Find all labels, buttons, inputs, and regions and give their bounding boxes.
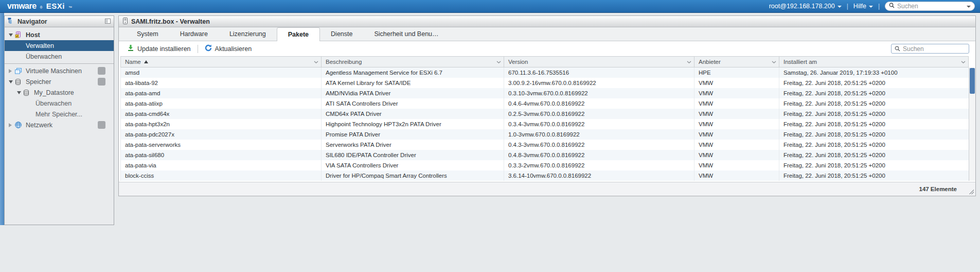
navigator-title: Navigator	[17, 18, 47, 25]
sidebar-item-host[interactable]: Host	[5, 29, 114, 40]
tab-dienste[interactable]: Dienste	[320, 27, 363, 41]
table-row[interactable]: ata-pata-sil680SIL680 IDE/PATA Controlle…	[121, 150, 969, 160]
help-menu[interactable]: Hilfe	[853, 3, 873, 10]
cell: Freitag, 22. Juni 2018, 20:51:25 +0200	[779, 109, 969, 119]
column-header-anbieter[interactable]: Anbieter	[694, 57, 779, 67]
sidebar-item-netzwerk[interactable]: Netzwerk	[5, 120, 114, 130]
chevron-down-icon[interactable]	[496, 61, 501, 64]
cell: Freitag, 22. Juni 2018, 20:51:25 +0200	[779, 88, 969, 98]
sidebar-item-speicher[interactable]: Speicher	[5, 76, 114, 87]
cell: VMW	[694, 109, 779, 119]
chevron-down-icon[interactable]	[687, 61, 691, 64]
item-count: 147 Elemente	[919, 186, 957, 192]
install-update-label: Update installieren	[137, 45, 191, 53]
cell: VMW	[694, 119, 779, 129]
table-row[interactable]: ata-pata-cmd64xCMD64x PATA Driver0.2.5-3…	[121, 109, 969, 119]
column-header-name[interactable]: Name	[121, 57, 322, 67]
sidebar-item-label: Speicher	[26, 78, 51, 86]
vertical-scrollbar[interactable]	[969, 67, 975, 181]
cell: 0.3.4-3vmw.670.0.0.8169922	[504, 119, 694, 129]
refresh-label: Aktualisieren	[215, 45, 252, 53]
host-icon	[123, 18, 128, 26]
column-header-beschreibung[interactable]: Beschreibung	[322, 57, 504, 67]
cell: ata-pata-hpt3x2n	[121, 119, 322, 129]
trademark-mark: ™	[68, 6, 72, 9]
table-row[interactable]: ata-libata-92ATA Kernel Library for SATA…	[121, 78, 969, 88]
tab-sicherheit-und-benu-[interactable]: Sicherheit und Benu…	[363, 27, 449, 41]
collapse-arrow-icon[interactable]	[17, 91, 23, 94]
sidebar-item-verwalten[interactable]: Verwalten	[5, 40, 114, 51]
cell: VMW	[694, 160, 779, 171]
cell: ATI SATA Controllers Driver	[322, 98, 504, 109]
user-menu[interactable]: root@192.168.178.200	[769, 3, 842, 10]
cell: 0.4.6-4vmw.670.0.0.8169922	[504, 98, 694, 109]
cell: SIL680 IDE/PATA Controller Driver	[322, 150, 504, 160]
chevron-down-icon[interactable]	[772, 61, 776, 64]
column-header-installiert-am[interactable]: Installiert am	[779, 57, 968, 67]
sidebar-item-my-datastore[interactable]: My_Datastore	[5, 87, 114, 98]
topbar-divider: |	[878, 3, 880, 10]
packages-search-input[interactable]: Suchen	[891, 44, 969, 54]
vm-icon	[15, 68, 23, 74]
sidebar-item-virtuelle-maschinen[interactable]: Virtuelle Maschinen	[5, 65, 114, 76]
search-icon	[889, 3, 895, 10]
tab-hardware[interactable]: Hardware	[169, 27, 219, 41]
cell: ata-pata-sil680	[121, 150, 322, 160]
tab-pakete[interactable]: Pakete	[277, 27, 320, 41]
collapse-panel-icon[interactable]	[105, 18, 111, 25]
tab-lizenzierung[interactable]: Lizenzierung	[219, 27, 277, 41]
navigator-panel: Navigator HostVerwaltenÜberwachenVirtuel…	[4, 15, 114, 225]
sidebar-item-mehr-speicher[interactable]: Mehr Speicher...	[5, 109, 114, 120]
chevron-down-icon[interactable]	[314, 61, 318, 64]
chevron-down-icon[interactable]	[961, 61, 966, 64]
table-header-row: NameBeschreibungVersionAnbieterInstallie…	[120, 56, 969, 67]
cell: 3.6.14-10vmw.670.0.0.8169922	[504, 171, 694, 181]
caret-down-icon[interactable]	[967, 6, 971, 8]
caret-down-icon	[869, 6, 873, 8]
table-row[interactable]: ata-pata-pdc2027xPromise PATA Driver1.0-…	[121, 129, 969, 140]
toolbar-divider	[198, 45, 198, 53]
toolbar: Update installieren Aktualisieren Suchen	[119, 41, 975, 56]
cell: 3.00.9.2-16vmw.670.0.0.8169922	[504, 78, 694, 88]
cell: ata-libata-92	[121, 78, 322, 88]
sidebar-item-ueberwachen[interactable]: Überwachen	[5, 51, 114, 62]
tab-system[interactable]: System	[126, 27, 169, 41]
cell: 0.4.8-3vmw.670.0.0.8169922	[504, 150, 694, 160]
topbar-divider: |	[847, 3, 848, 10]
search-icon	[895, 44, 900, 54]
table-row[interactable]: ata-pata-viaVIA SATA Controllers Driver0…	[121, 160, 969, 171]
expand-arrow-icon[interactable]	[9, 123, 15, 127]
caret-down-icon	[838, 6, 842, 8]
top-bar: vmware® ESXi™ root@192.168.178.200 | Hil…	[0, 0, 980, 13]
cell: CMD64x PATA Driver	[322, 109, 504, 119]
cell: ata-pata-serverworks	[121, 140, 322, 150]
scrollbar-thumb[interactable]	[970, 68, 975, 94]
resize-grip[interactable]	[968, 189, 974, 194]
esxi-logo-text: ESXi	[46, 2, 65, 10]
install-update-button[interactable]: Update installieren	[127, 44, 191, 53]
collapse-arrow-icon[interactable]	[9, 33, 15, 37]
cell: Driver for HP/Compaq Smart Array Control…	[322, 171, 504, 181]
table-row[interactable]: block-ccissDriver for HP/Compaq Smart Ar…	[121, 171, 969, 181]
navigator-items: HostVerwaltenÜberwachenVirtuelle Maschin…	[5, 27, 114, 130]
refresh-button[interactable]: Aktualisieren	[205, 44, 252, 53]
cell: ata-pata-via	[121, 160, 322, 171]
global-search-input[interactable]: Suchen	[885, 2, 975, 11]
table-row[interactable]: ata-pata-amdAMD/NVidia PATA Driver0.3.10…	[121, 88, 969, 98]
table-row[interactable]: ata-pata-hpt3x2nHighpoint Technology HPT…	[121, 119, 969, 129]
table-row[interactable]: amsdAgentless Management Service for ESX…	[121, 67, 969, 78]
table-row[interactable]: ata-pata-atiixpATI SATA Controllers Driv…	[121, 98, 969, 109]
expand-arrow-icon[interactable]	[9, 69, 15, 73]
cell: ata-pata-pdc2027x	[121, 129, 322, 140]
sidebar-item-label: Virtuelle Maschinen	[26, 67, 82, 75]
help-menu-label: Hilfe	[853, 3, 866, 10]
column-header-version[interactable]: Version	[504, 57, 694, 67]
search-placeholder: Suchen	[903, 45, 924, 53]
cell: Freitag, 22. Juni 2018, 20:51:25 +0200	[779, 160, 969, 171]
sidebar-item-datastore-ueberwachen[interactable]: Überwachen	[5, 98, 114, 109]
storage-icon	[15, 79, 23, 85]
packages-table: NameBeschreibungVersionAnbieterInstallie…	[120, 56, 969, 181]
vmware-esxi-logo: vmware® ESXi™	[7, 2, 72, 11]
table-row[interactable]: ata-pata-serverworksServerworks PATA Dri…	[121, 140, 969, 150]
collapse-arrow-icon[interactable]	[9, 80, 15, 83]
